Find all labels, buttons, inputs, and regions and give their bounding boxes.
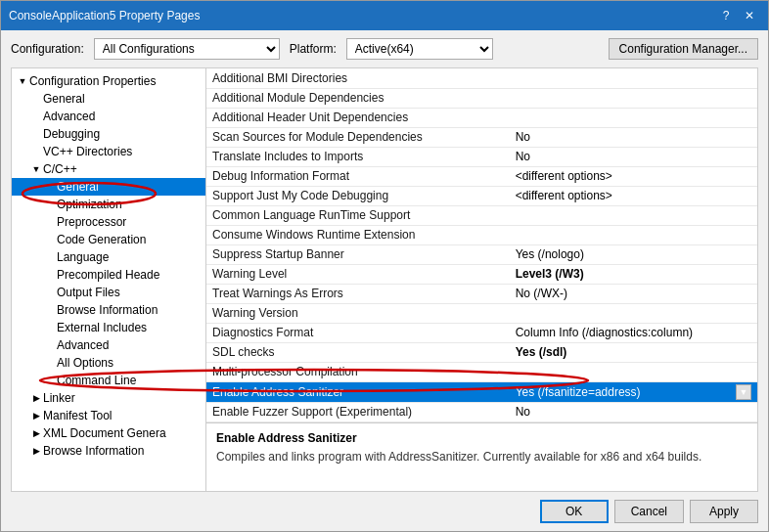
tree-label-cpp-all-options: All Options (57, 356, 202, 370)
property-value-warning-version (510, 303, 757, 323)
tree-item-manifest[interactable]: ▶Manifest Tool (12, 407, 205, 424)
property-row-additional-module[interactable]: Additional Module Dependencies (206, 88, 757, 108)
property-row-consume-windows[interactable]: Consume Windows Runtime Extension (206, 225, 757, 244)
tree-label-xml-doc: XML Document Genera (43, 426, 202, 440)
close-button[interactable]: ✕ (739, 7, 760, 24)
property-row-enable-fuzzer[interactable]: Enable Fuzzer Support (Experimental)No (206, 402, 757, 421)
property-row-debug-info-format[interactable]: Debug Information Format<different optio… (206, 166, 757, 186)
property-row-sdl-checks[interactable]: SDL checksYes (/sdl) (206, 342, 757, 362)
property-row-warning-level[interactable]: Warning LevelLevel3 (/W3) (206, 264, 757, 284)
apply-button[interactable]: Apply (690, 500, 758, 523)
tree-arrow-cpp: ▼ (29, 164, 43, 174)
property-name-suppress-banner: Suppress Startup Banner (206, 244, 510, 264)
tree-item-cpp-language[interactable]: Language (12, 248, 205, 266)
description-panel: Enable Address Sanitizer Compiles and li… (206, 422, 757, 491)
tree-label-config-props: Configuration Properties (29, 74, 202, 88)
tree-item-cpp-precompiled[interactable]: Precompiled Heade (12, 266, 205, 284)
tree-item-cpp-command[interactable]: Command Line (12, 372, 205, 389)
ok-button[interactable]: OK (540, 500, 609, 523)
tree-item-browse-info[interactable]: ▶Browse Information (12, 442, 205, 460)
tree-item-cpp-optimization[interactable]: Optimization (12, 196, 205, 213)
property-row-additional-header[interactable]: Additional Header Unit Dependencies (206, 108, 757, 127)
property-row-translate-includes[interactable]: Translate Includes to ImportsNo (206, 147, 757, 166)
tree-label-general: General (43, 92, 202, 106)
property-name-additional-bmi: Additional BMI Directories (206, 68, 510, 88)
tree-item-cpp-preprocessor[interactable]: Preprocessor (12, 213, 205, 231)
tree-item-cpp-advanced[interactable]: Advanced (12, 336, 205, 354)
property-name-warning-version: Warning Version (206, 303, 510, 323)
tree-label-browse-info: Browse Information (43, 444, 202, 458)
tree-item-config-props[interactable]: ▼Configuration Properties (12, 72, 205, 90)
properties-grid: Additional BMI DirectoriesAdditional Mod… (206, 68, 757, 422)
property-value-text-enable-asan: Yes (/fsanitize=address) (516, 385, 641, 399)
tree-label-cpp-external: External Includes (57, 321, 202, 334)
property-row-suppress-banner[interactable]: Suppress Startup BannerYes (/nologo) (206, 244, 757, 264)
tree-item-advanced[interactable]: Advanced (12, 108, 205, 125)
tree-label-cpp-general: General (57, 180, 202, 194)
tree-item-cpp-general[interactable]: General (12, 178, 205, 196)
tree-item-linker[interactable]: ▶Linker (12, 389, 205, 407)
title-bar-buttons: ? ✕ (715, 7, 760, 24)
config-manager-button[interactable]: Configuration Manager... (609, 38, 758, 60)
tree-label-cpp-browse: Browse Information (57, 303, 202, 317)
right-panel: Additional BMI DirectoriesAdditional Mod… (206, 67, 758, 492)
tree-item-cpp[interactable]: ▼C/C++ (12, 160, 205, 178)
property-name-debug-info-format: Debug Information Format (206, 166, 510, 186)
platform-select[interactable]: Active(x64) (346, 38, 493, 60)
property-value-warning-level: Level3 (/W3) (510, 264, 757, 284)
property-value-support-just-my-code: <different options> (510, 186, 757, 205)
property-dropdown-enable-asan[interactable]: ▼ (736, 384, 751, 400)
property-value-scan-sources: No (510, 127, 757, 147)
property-row-scan-sources[interactable]: Scan Sources for Module DependenciesNo (206, 127, 757, 147)
property-row-warning-version[interactable]: Warning Version (206, 303, 757, 323)
property-name-enable-fuzzer: Enable Fuzzer Support (Experimental) (206, 402, 510, 421)
tree-label-linker: Linker (43, 391, 202, 405)
help-button[interactable]: ? (715, 7, 737, 24)
tree-label-cpp-precompiled: Precompiled Heade (57, 268, 202, 282)
property-name-support-just-my-code: Support Just My Code Debugging (206, 186, 510, 205)
property-name-warning-level: Warning Level (206, 264, 510, 284)
property-pages-window: ConsoleApplication5 Property Pages ? ✕ C… (0, 0, 769, 532)
property-value-additional-bmi (510, 68, 757, 88)
tree-label-vc-dirs: VC++ Directories (43, 145, 202, 158)
tree-item-cpp-external[interactable]: External Includes (12, 319, 205, 336)
property-row-enable-asan[interactable]: Enable Address SanitizerYes (/fsanitize=… (206, 381, 757, 402)
property-name-translate-includes: Translate Includes to Imports (206, 147, 510, 166)
tree-item-cpp-code-gen[interactable]: Code Generation (12, 231, 205, 248)
property-row-multiprocessor[interactable]: Multi-processor Compilation (206, 362, 757, 381)
tree-label-debugging: Debugging (43, 127, 202, 141)
property-row-additional-bmi[interactable]: Additional BMI Directories (206, 68, 757, 88)
tree-root: ▼Configuration PropertiesGeneralAdvanced… (12, 68, 205, 464)
tree-arrow-xml-doc: ▶ (29, 428, 43, 438)
tree-item-debugging[interactable]: Debugging (12, 125, 205, 143)
tree-item-general[interactable]: General (12, 90, 205, 108)
tree-label-cpp-advanced: Advanced (57, 338, 202, 352)
property-name-sdl-checks: SDL checks (206, 342, 510, 362)
desc-title: Enable Address Sanitizer (216, 431, 747, 445)
property-name-multiprocessor: Multi-processor Compilation (206, 362, 510, 381)
tree-item-xml-doc[interactable]: ▶XML Document Genera (12, 424, 205, 442)
tree-item-cpp-all-options[interactable]: All Options (12, 354, 205, 372)
property-name-treat-warnings: Treat Warnings As Errors (206, 284, 510, 303)
property-name-common-lang: Common Language RunTime Support (206, 205, 510, 225)
tree-item-cpp-browse[interactable]: Browse Information (12, 301, 205, 319)
tree-item-cpp-output[interactable]: Output Files (12, 284, 205, 301)
tree-label-cpp-code-gen: Code Generation (57, 233, 202, 246)
cancel-button[interactable]: Cancel (614, 500, 684, 523)
property-row-common-lang[interactable]: Common Language RunTime Support (206, 205, 757, 225)
left-tree-panel: ▼Configuration PropertiesGeneralAdvanced… (11, 67, 206, 492)
platform-label: Platform: (290, 42, 337, 56)
property-row-diagnostics-format[interactable]: Diagnostics FormatColumn Info (/diagnost… (206, 323, 757, 342)
tree-label-cpp-output: Output Files (57, 286, 202, 299)
tree-arrow-linker: ▶ (29, 393, 43, 403)
property-value-enable-asan[interactable]: Yes (/fsanitize=address)▼ (510, 381, 757, 402)
tree-label-cpp-optimization: Optimization (57, 198, 202, 211)
toolbar: Configuration: All Configurations Platfo… (1, 30, 768, 67)
tree-item-vc-dirs[interactable]: VC++ Directories (12, 143, 205, 160)
tree-label-cpp-command: Command Line (57, 374, 202, 387)
property-name-scan-sources: Scan Sources for Module Dependencies (206, 127, 510, 147)
tree-label-advanced: Advanced (43, 110, 202, 123)
config-select[interactable]: All Configurations (94, 38, 280, 60)
property-row-treat-warnings[interactable]: Treat Warnings As ErrorsNo (/WX-) (206, 284, 757, 303)
property-row-support-just-my-code[interactable]: Support Just My Code Debugging<different… (206, 186, 757, 205)
